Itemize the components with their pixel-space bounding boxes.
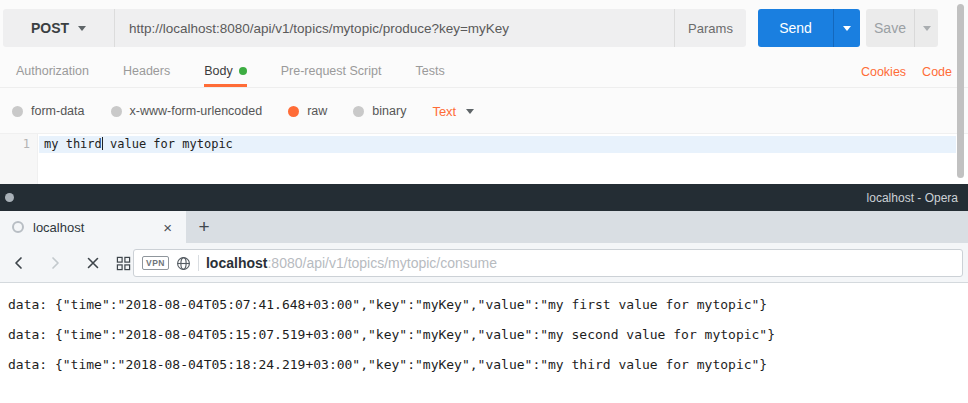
params-button[interactable]: Params bbox=[674, 9, 746, 47]
request-builder-row: POST http://localhost:8080/api/v1/topics… bbox=[3, 9, 938, 47]
address-url-path: :8080/api/v1/topics/mytopic/consume bbox=[267, 255, 497, 271]
postman-scrollbar[interactable] bbox=[957, 4, 964, 178]
sse-message: data: {"time":"2018-08-04T05:15:07.519+0… bbox=[8, 320, 968, 350]
save-button-group: Save bbox=[866, 9, 938, 47]
tab-body[interactable]: Body bbox=[204, 55, 247, 87]
mode-x-www-form-urlencoded[interactable]: x-www-form-urlencoded bbox=[111, 104, 263, 118]
screen: POST http://localhost:8080/api/v1/topics… bbox=[0, 0, 968, 403]
editor-text-after-cursor: value for mytopic bbox=[103, 137, 233, 151]
tab-favicon-icon bbox=[12, 221, 24, 233]
request-tabs: Authorization Headers Body Pre-request S… bbox=[0, 55, 968, 88]
chevron-left-icon bbox=[11, 255, 27, 271]
radio-icon bbox=[353, 106, 364, 117]
body-has-content-dot-icon bbox=[239, 67, 247, 75]
chevron-down-icon bbox=[466, 109, 474, 114]
http-method-select[interactable]: POST bbox=[3, 9, 115, 47]
back-button[interactable] bbox=[10, 254, 28, 272]
send-button-group: Send bbox=[758, 9, 860, 47]
tab-authorization[interactable]: Authorization bbox=[16, 55, 89, 87]
mode-urlencoded-label: x-www-form-urlencoded bbox=[130, 104, 263, 118]
radio-icon bbox=[111, 106, 122, 117]
editor-line-text[interactable]: my third value for mytopic bbox=[44, 137, 233, 151]
browser-tab-localhost[interactable]: localhost × bbox=[0, 211, 186, 243]
mode-form-data[interactable]: form-data bbox=[12, 104, 85, 118]
close-tab-icon[interactable]: × bbox=[159, 220, 176, 235]
sse-message: data: {"time":"2018-08-04T05:07:41.648+0… bbox=[8, 290, 968, 320]
request-side-links: Cookies Code bbox=[861, 55, 952, 88]
send-options-button[interactable] bbox=[833, 9, 860, 47]
body-editor[interactable]: 1 my third value for mytopic bbox=[0, 133, 968, 184]
method-url-group: POST http://localhost:8080/api/v1/topics… bbox=[3, 9, 746, 47]
globe-icon[interactable] bbox=[176, 256, 191, 271]
new-tab-button[interactable]: + bbox=[186, 211, 222, 243]
tab-title: localhost bbox=[33, 220, 159, 235]
grid-icon bbox=[116, 256, 131, 271]
address-bar-divider bbox=[198, 255, 199, 271]
chevron-down-icon bbox=[78, 26, 86, 31]
mode-raw-label: raw bbox=[307, 104, 327, 118]
radio-selected-icon bbox=[288, 106, 299, 117]
request-url-input[interactable]: http://localhost:8080/api/v1/topics/myto… bbox=[115, 9, 674, 47]
address-url-host: localhost bbox=[206, 255, 267, 271]
tab-body-label: Body bbox=[204, 64, 233, 78]
tab-pre-request-script[interactable]: Pre-request Script bbox=[281, 55, 382, 87]
opera-tab-strip: localhost × + bbox=[0, 211, 968, 243]
mode-binary-label: binary bbox=[372, 104, 406, 118]
chevron-down-icon bbox=[843, 26, 851, 31]
page-content: data: {"time":"2018-08-04T05:07:41.648+0… bbox=[0, 283, 968, 403]
chevron-right-icon bbox=[47, 255, 63, 271]
opera-toolbar: VPN localhost:8080/api/v1/topics/mytopic… bbox=[0, 243, 968, 283]
window-menu-dot-icon[interactable] bbox=[5, 193, 14, 202]
save-button[interactable]: Save bbox=[866, 9, 914, 47]
sse-message: data: {"time":"2018-08-04T05:18:24.219+0… bbox=[8, 350, 968, 380]
editor-line-number: 1 bbox=[0, 137, 30, 151]
stop-reload-button[interactable] bbox=[84, 254, 102, 272]
cookies-link[interactable]: Cookies bbox=[861, 65, 906, 79]
stop-x-icon bbox=[86, 256, 100, 270]
content-type-select[interactable]: Text bbox=[432, 104, 474, 119]
window-title: localhost - Opera bbox=[867, 184, 958, 211]
tab-headers[interactable]: Headers bbox=[123, 55, 170, 87]
send-button[interactable]: Send bbox=[758, 9, 833, 47]
http-method-value: POST bbox=[31, 20, 69, 36]
opera-titlebar[interactable]: localhost - Opera bbox=[0, 184, 968, 211]
save-options-button[interactable] bbox=[914, 9, 938, 47]
postman-request-panel: POST http://localhost:8080/api/v1/topics… bbox=[0, 0, 968, 184]
address-url[interactable]: localhost:8080/api/v1/topics/mytopic/con… bbox=[206, 255, 497, 271]
mode-form-data-label: form-data bbox=[31, 104, 85, 118]
chevron-down-icon bbox=[923, 26, 931, 31]
body-mode-row: form-data x-www-form-urlencoded raw bina… bbox=[12, 96, 968, 126]
code-link[interactable]: Code bbox=[922, 65, 952, 79]
editor-text-before-cursor: my third bbox=[44, 137, 102, 151]
forward-button[interactable] bbox=[46, 254, 64, 272]
mode-binary[interactable]: binary bbox=[353, 104, 406, 118]
tab-tests[interactable]: Tests bbox=[415, 55, 444, 87]
speed-dial-button[interactable] bbox=[114, 254, 132, 272]
content-type-value: Text bbox=[432, 104, 456, 119]
mode-raw[interactable]: raw bbox=[288, 104, 327, 118]
address-bar[interactable]: VPN localhost:8080/api/v1/topics/mytopic… bbox=[133, 249, 963, 277]
vpn-badge[interactable]: VPN bbox=[142, 256, 169, 271]
radio-icon bbox=[12, 106, 23, 117]
